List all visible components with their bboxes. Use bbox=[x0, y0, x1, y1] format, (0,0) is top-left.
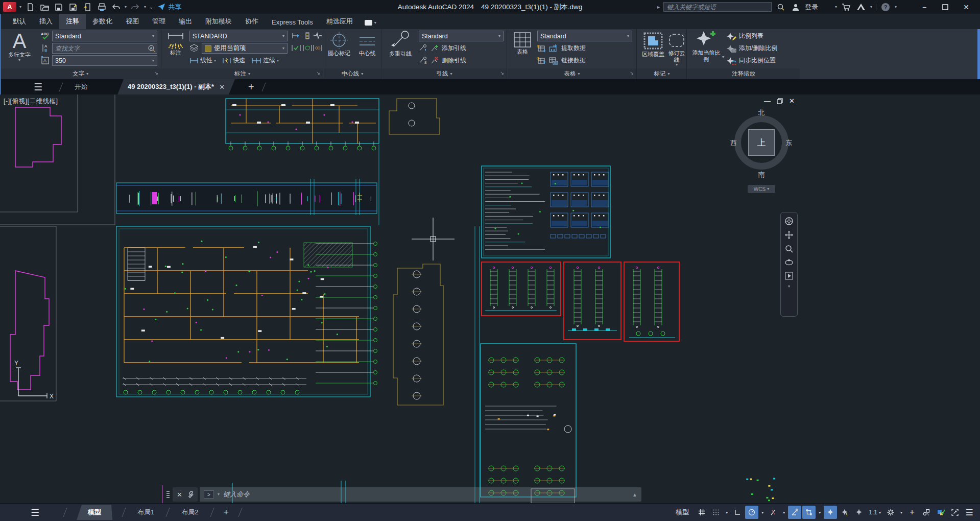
autocad-logo[interactable]: A bbox=[3, 2, 16, 12]
ribbon-display-toggle[interactable]: ▾ bbox=[365, 20, 376, 29]
spell-check-icon[interactable]: ABC bbox=[40, 31, 51, 41]
viewport-minimize-icon[interactable]: — bbox=[764, 97, 771, 105]
tab-view[interactable]: 视图 bbox=[119, 14, 146, 29]
new-drawing-tab-icon[interactable]: + bbox=[248, 81, 254, 93]
start-tab[interactable]: 开始 bbox=[75, 82, 88, 91]
panel-label-centerline[interactable]: 中心线▾ bbox=[324, 68, 381, 79]
leader-align-icon[interactable] bbox=[418, 43, 429, 53]
redo-icon[interactable] bbox=[130, 2, 141, 13]
add-current-scale-button[interactable]: 添加当前比例 ▾ bbox=[689, 30, 723, 62]
add-leader-button[interactable]: 添加引线 bbox=[430, 44, 466, 53]
scale-list-button[interactable]: 比例列表 bbox=[726, 32, 763, 40]
polar-caret-icon[interactable]: ▾ bbox=[759, 510, 766, 515]
find-text-input[interactable] bbox=[52, 43, 157, 54]
table-style-select[interactable]: Standard▾ bbox=[537, 31, 632, 41]
isodraft-caret-icon[interactable]: ▾ bbox=[781, 510, 787, 515]
command-tools-wrench-icon[interactable] bbox=[185, 490, 194, 499]
dim-continue-infinity-icon[interactable] bbox=[312, 43, 323, 53]
dim-layer-select[interactable]: 使用当前项▾ bbox=[202, 43, 288, 54]
center-mark-button[interactable]: 圆心标记 bbox=[326, 31, 352, 57]
panel-label-leader[interactable]: 引线▾ bbox=[382, 68, 507, 79]
tab-featured-apps[interactable]: 精选应用 bbox=[320, 14, 360, 29]
undo-caret-icon[interactable]: ▾ bbox=[125, 5, 127, 9]
polar-tracking-icon[interactable] bbox=[745, 506, 758, 519]
table-export-icon[interactable]: 8 bbox=[536, 43, 547, 53]
leader-collect-icon[interactable]: 8 bbox=[418, 55, 429, 65]
quick-dim-button[interactable]: 快速 bbox=[233, 56, 245, 65]
mleader-style-select[interactable]: Standard▾ bbox=[419, 31, 504, 41]
panel-label-dimension[interactable]: 标注▾ bbox=[162, 68, 323, 79]
grid-display-icon[interactable] bbox=[695, 506, 708, 519]
keytip-toggle-icon[interactable]: ▸ bbox=[657, 5, 660, 10]
continue-dim-button[interactable]: 连续 bbox=[263, 56, 275, 65]
quick-access-customize-icon[interactable]: ⌄ bbox=[149, 5, 153, 10]
autodesk-caret-icon[interactable]: ▾ bbox=[870, 5, 872, 9]
save-as-icon[interactable] bbox=[67, 2, 79, 13]
ortho-mode-icon[interactable] bbox=[731, 506, 744, 519]
viewcube-north[interactable]: 北 bbox=[729, 108, 794, 117]
drawing-canvas[interactable]: Y X bbox=[0, 94, 980, 503]
table-button[interactable]: 表格 bbox=[510, 31, 535, 55]
search-icon[interactable] bbox=[775, 2, 786, 13]
dim-adjust-space-icon[interactable] bbox=[302, 31, 313, 41]
tab-manage[interactable]: 管理 bbox=[146, 14, 172, 29]
extract-data-button[interactable]: 提取数据 bbox=[548, 44, 586, 53]
command-close-icon[interactable]: ✕ bbox=[177, 491, 182, 499]
annotation-scale-icon[interactable] bbox=[852, 506, 866, 519]
tab-addins[interactable]: 附加模块 bbox=[199, 14, 238, 29]
plot-icon[interactable] bbox=[96, 2, 107, 13]
annotation-autoscale-icon[interactable] bbox=[838, 506, 851, 519]
viewport-close-icon[interactable]: ✕ bbox=[789, 97, 795, 105]
navbar-more-icon[interactable]: ▾ bbox=[788, 285, 790, 289]
tab-collaborate[interactable]: 协作 bbox=[238, 14, 265, 29]
annotation-scale-value[interactable]: 1:1▾ bbox=[867, 509, 883, 516]
file-tab-menu-icon[interactable]: ☰ bbox=[34, 81, 42, 93]
object-snap-icon[interactable] bbox=[802, 506, 816, 519]
sign-in-label[interactable]: 登录 bbox=[805, 3, 818, 12]
wcs-menu[interactable]: WCS▾ bbox=[748, 185, 775, 193]
document-tab[interactable]: 49 20200323_t3(1)(1) - 副本* ✕ bbox=[117, 79, 235, 94]
save-to-mobile-icon[interactable] bbox=[82, 2, 93, 13]
drawing-area[interactable]: Y X [-][俯视][二维线框] — ✕ 北 西 上 东 南 WCS▾ bbox=[0, 94, 980, 503]
tab-default[interactable]: 默认 bbox=[6, 14, 33, 29]
maximize-button[interactable] bbox=[937, 1, 954, 13]
clean-screen-icon[interactable] bbox=[948, 506, 962, 519]
tab-express-tools[interactable]: Express Tools bbox=[265, 15, 320, 29]
mtext-button[interactable]: A 多行文字 ▾ bbox=[3, 30, 36, 62]
object-snap-tracking-icon[interactable] bbox=[788, 506, 801, 519]
graphics-performance-icon[interactable] bbox=[934, 506, 947, 519]
help-caret-icon[interactable]: ▾ bbox=[895, 5, 897, 9]
new-layout-icon[interactable]: + bbox=[224, 507, 229, 518]
dim-jog-line-icon[interactable] bbox=[312, 31, 323, 41]
panel-label-table[interactable]: 表格▾ bbox=[508, 68, 636, 79]
app-store-cart-icon[interactable] bbox=[841, 2, 852, 13]
undo-icon[interactable] bbox=[110, 2, 122, 13]
panel-expand-icon[interactable]: ↘ bbox=[154, 70, 158, 76]
command-prompt-icon[interactable]: > bbox=[204, 490, 214, 499]
tab-insert[interactable]: 插入 bbox=[33, 14, 59, 29]
tab-parametric[interactable]: 参数化 bbox=[86, 14, 119, 29]
text-style-select[interactable]: Standard▾ bbox=[52, 31, 157, 41]
viewport-restore-icon[interactable] bbox=[777, 98, 783, 104]
layout1-tab[interactable]: 布局1 bbox=[135, 508, 156, 517]
linear-dim-button[interactable]: 线性 bbox=[200, 56, 212, 65]
open-file-icon[interactable] bbox=[39, 2, 50, 13]
snap-mode-icon[interactable] bbox=[709, 506, 723, 519]
close-button[interactable]: ✕ bbox=[958, 1, 975, 13]
tab-annotate[interactable]: 注释 bbox=[59, 14, 86, 29]
close-document-icon[interactable]: ✕ bbox=[219, 83, 225, 91]
text-height-select[interactable]: 350▾ bbox=[52, 55, 157, 66]
redo-caret-icon[interactable]: ▾ bbox=[144, 5, 146, 9]
save-icon[interactable] bbox=[53, 2, 64, 13]
customization-menu-icon[interactable]: ☰ bbox=[963, 506, 976, 519]
model-space-label[interactable]: 模型 bbox=[676, 508, 689, 517]
osnap-caret-icon[interactable]: ▾ bbox=[817, 510, 823, 515]
viewport-controls-label[interactable]: [-][俯视][二维线框] bbox=[4, 97, 58, 106]
viewcube-west[interactable]: 西 bbox=[730, 138, 737, 148]
snap-caret-icon[interactable]: ▾ bbox=[724, 510, 730, 515]
workspace-caret-icon[interactable]: ▾ bbox=[898, 510, 904, 515]
annotation-monitor-icon[interactable]: + bbox=[905, 506, 919, 519]
command-drag-handle[interactable] bbox=[166, 488, 172, 501]
sync-scale-positions-button[interactable]: 同步比例位置 bbox=[726, 56, 776, 65]
share-button[interactable]: 共享 bbox=[157, 3, 181, 12]
